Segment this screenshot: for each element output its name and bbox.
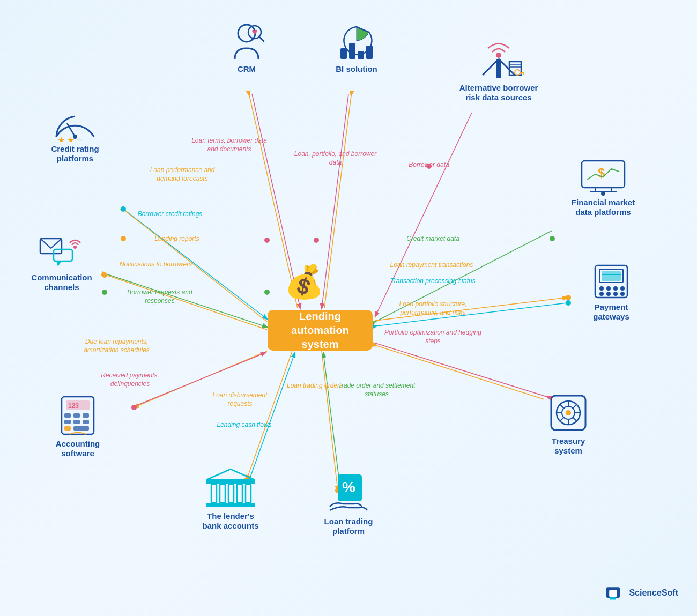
treasury-icon [547, 391, 590, 436]
svg-text:123: 123 [68, 402, 79, 410]
node-financial-market: $ Financial marketdata platforms [552, 158, 654, 217]
diagram: Lending automation system 💰 CRM [0, 0, 697, 616]
flow-loan-terms: Loan terms, borrower data and documents [190, 137, 268, 153]
svg-line-19 [323, 353, 340, 491]
flow-lending-cash: Lending cash flows [213, 421, 275, 429]
svg-line-86 [560, 404, 564, 409]
svg-line-3 [324, 95, 351, 308]
flow-borrower-requests: Borrower requests and responses [117, 288, 203, 305]
payment-icon [590, 263, 633, 302]
flow-loan-repayment: Loan repayment transactions [381, 261, 483, 270]
logo-icon [605, 583, 625, 603]
loan-trading-icon: % [327, 472, 370, 517]
flow-credit-market: Credit market data [386, 235, 480, 243]
svg-line-37 [259, 36, 264, 41]
lending-icon: 💰 [284, 263, 324, 301]
credit-rating-icon: ★ ★ ☆ [51, 105, 99, 144]
accounting-label: Accountingsoftware [56, 439, 100, 458]
svg-line-89 [573, 417, 577, 421]
crm-label: CRM [238, 64, 256, 74]
svg-text:★: ★ [67, 136, 75, 142]
svg-rect-101 [73, 426, 89, 431]
treasury-label: Treasurysystem [552, 436, 585, 456]
svg-rect-107 [220, 484, 225, 503]
flow-notifications: Notifications to borrowers [117, 261, 195, 269]
bi-label: BI solution [336, 64, 377, 74]
svg-marker-65 [56, 261, 62, 266]
svg-rect-111 [206, 503, 255, 507]
svg-point-73 [613, 286, 618, 291]
svg-rect-98 [73, 420, 80, 424]
svg-point-66 [73, 246, 77, 249]
node-credit-rating: ★ ★ ☆ Credit ratingplatforms [32, 105, 118, 164]
svg-rect-95 [73, 413, 80, 418]
node-comm-channels: Communicationchannels [16, 233, 107, 292]
bi-icon [335, 21, 378, 64]
node-treasury: Treasurysystem [525, 391, 611, 456]
svg-rect-108 [228, 484, 234, 503]
flow-borrower-credit: Borrower credit ratings [135, 210, 205, 219]
svg-text:$: $ [598, 166, 605, 180]
svg-line-4 [375, 113, 472, 316]
bank-accounts-label: The lender'sbank accounts [202, 511, 258, 531]
svg-point-49 [515, 70, 520, 75]
svg-rect-38 [340, 48, 347, 59]
svg-point-24 [264, 290, 270, 295]
svg-rect-94 [64, 413, 71, 418]
svg-rect-110 [246, 484, 251, 503]
credit-rating-label: Credit ratingplatforms [51, 144, 99, 164]
alt-borrower-label: Alternative borrowerrisk data sources [459, 83, 538, 102]
svg-point-71 [599, 286, 604, 291]
svg-rect-97 [64, 420, 71, 424]
svg-rect-69 [602, 271, 621, 281]
comm-channels-label: Communicationchannels [31, 273, 92, 292]
flow-loan-performance: Loan performance and demand forecasts [139, 166, 225, 183]
financial-market-label: Financial marketdata platforms [572, 198, 635, 217]
svg-rect-106 [211, 484, 217, 503]
flow-borrower-data: Borrower data [397, 161, 461, 169]
node-loan-trading: % Loan tradingplatform [300, 472, 397, 536]
svg-rect-99 [83, 420, 89, 424]
svg-point-21 [314, 238, 319, 243]
svg-line-87 [573, 404, 577, 409]
flow-received-payments: Received payments, delinquencies [83, 372, 177, 388]
svg-rect-100 [64, 426, 71, 431]
svg-point-77 [613, 292, 618, 296]
center-box: Lending automation system [268, 310, 373, 351]
svg-line-2 [322, 94, 349, 308]
flow-portfolio-opt: Portfolio optimization and hedging steps [381, 329, 485, 345]
svg-rect-96 [83, 413, 89, 418]
svg-point-27 [121, 206, 126, 212]
node-alt-borrower: Alternative borrowerrisk data sources [450, 29, 547, 102]
svg-line-16 [247, 351, 292, 480]
svg-point-31 [131, 405, 137, 410]
loan-trading-label: Loan tradingplatform [324, 517, 373, 536]
svg-point-20 [264, 238, 270, 243]
svg-text:★: ★ [57, 136, 65, 142]
comm-channels-icon [38, 233, 86, 273]
svg-rect-41 [366, 46, 373, 59]
alt-borrower-icon [472, 29, 525, 83]
svg-marker-104 [206, 469, 255, 480]
center-label: Lending automation system [277, 309, 363, 351]
sciencesoft-logo: ScienceSoft [605, 583, 678, 603]
svg-point-76 [606, 292, 611, 296]
svg-point-74 [620, 286, 625, 291]
svg-point-72 [606, 286, 611, 291]
svg-point-62 [601, 191, 605, 196]
svg-point-78 [620, 292, 625, 296]
flow-transaction-status: Transaction processing status [381, 277, 485, 286]
svg-point-35 [238, 25, 255, 42]
node-bi: BI solution [322, 21, 391, 74]
logo-text: ScienceSoft [629, 588, 678, 598]
svg-point-75 [599, 292, 604, 296]
svg-point-90 [566, 410, 571, 415]
svg-rect-39 [349, 43, 355, 59]
flow-due-repayments: Due loan repayments, amortization schedu… [70, 338, 164, 354]
financial-market-icon: $ [579, 158, 627, 198]
flow-loan-portfolio-borrower: Loan, portfolio, and borrower data [294, 150, 377, 167]
svg-point-23 [550, 236, 555, 241]
svg-rect-109 [237, 484, 242, 503]
crm-icon [225, 21, 268, 64]
accounting-icon: 123 [56, 394, 99, 439]
